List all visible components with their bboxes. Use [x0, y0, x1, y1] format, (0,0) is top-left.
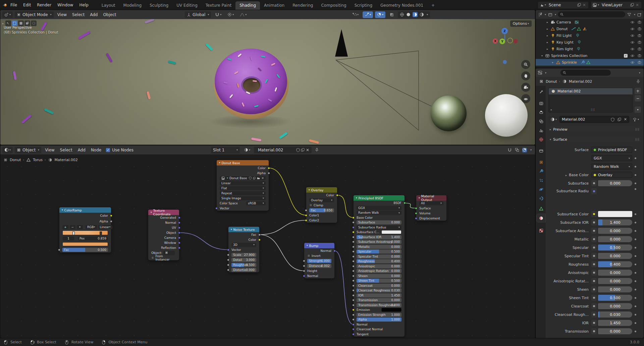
node-row-emission[interactable]: Emission — [354, 307, 405, 313]
node-row-flat[interactable]: Flat▾ — [217, 186, 269, 191]
node-row-anisotropic[interactable]: Anisotropic0.000 — [354, 264, 405, 269]
node-row-gradient[interactable] — [59, 230, 111, 235]
decorator-dot[interactable] — [635, 314, 636, 316]
value-slider[interactable]: 0.030 — [598, 312, 632, 318]
property-widget[interactable]: 0.000 — [591, 253, 632, 259]
node-row-distance[interactable]: Distance0.002 — [304, 263, 334, 268]
tab-constraints[interactable] — [537, 194, 545, 202]
input-socket[interactable] — [352, 255, 355, 258]
value-slider[interactable]: 1.400 — [598, 219, 632, 225]
viewlayer-name[interactable]: ViewLayer — [599, 3, 630, 7]
node-header[interactable]: ▾Noise Texture — [228, 227, 259, 232]
value-slider[interactable]: 0.000 — [598, 328, 632, 334]
enum-dropdown[interactable]: Random Walk▾ — [591, 163, 632, 169]
material-slot-list[interactable]: Material.002 ▸ ⣿⣿ — [548, 88, 633, 113]
disclosure-triangle[interactable]: ▸ — [546, 41, 549, 44]
disable-in-renders-icon[interactable] — [637, 33, 642, 38]
hide-in-viewport-icon[interactable] — [630, 33, 635, 38]
value-slider[interactable]: 0.000 — [598, 236, 632, 242]
input-socket[interactable] — [352, 275, 355, 277]
output-socket[interactable] — [178, 231, 180, 234]
property-widget[interactable]: 0.500 — [591, 245, 632, 251]
property-widget[interactable]: Principled BSDF — [591, 147, 632, 153]
node-row-all[interactable]: All▾ — [416, 201, 446, 206]
disclosure-triangle[interactable]: ▸ — [551, 61, 554, 64]
node-overlay[interactable]: ▾OverlayColorOverlay▾ClampFac0.650Color1… — [306, 187, 337, 223]
property-widget[interactable] — [591, 211, 632, 217]
input-socket[interactable] — [352, 216, 355, 219]
node-row-metallic[interactable]: Metallic0.000 — [354, 245, 405, 250]
input-socket[interactable] — [352, 270, 355, 272]
breadcrumb-item[interactable]: Torus — [33, 158, 43, 162]
decorator-dot[interactable] — [635, 297, 636, 299]
scene-name[interactable]: Scene — [546, 3, 577, 7]
output-socket[interactable] — [333, 250, 336, 252]
node-header[interactable]: ▾Texture Coordinate — [148, 210, 179, 215]
viewport-menu-add[interactable]: Add — [87, 12, 100, 17]
outliner-row-sprinkles-collection[interactable]: ▾Sprinkles Collection✓ — [536, 52, 644, 59]
app-menu-window[interactable]: Window — [54, 3, 76, 7]
tab-scripting[interactable]: Scripting — [351, 1, 376, 10]
input-socket[interactable] — [352, 231, 355, 233]
property-widget[interactable]: Overlay — [591, 172, 632, 178]
decorator-dot[interactable] — [635, 166, 636, 167]
fake-user-shield-icon[interactable] — [610, 117, 615, 122]
tab-uv-editing[interactable]: UV Editing — [172, 1, 202, 10]
add-workspace-button[interactable]: + — [427, 1, 439, 10]
input-socket[interactable] — [352, 241, 355, 243]
shader-menu-node[interactable]: Node — [88, 148, 104, 152]
copy-icon[interactable] — [630, 3, 635, 7]
tab-tool[interactable] — [537, 88, 545, 96]
decorator-dot[interactable] — [635, 149, 636, 151]
node-row-ior[interactable]: IOR1.450 — [354, 293, 405, 298]
node-row-transmission-roughness[interactable]: Transmission Roughness0.000 — [354, 303, 405, 308]
node-row-alpha[interactable]: Alpha1.000 — [354, 317, 405, 322]
properties-search-input[interactable] — [560, 70, 611, 76]
property-widget[interactable]: 0.000 — [591, 278, 632, 284]
new-collection-button[interactable] — [637, 12, 642, 17]
shading-wireframe-icon[interactable] — [400, 12, 404, 17]
input-socket[interactable] — [215, 207, 218, 209]
decorator-dot[interactable] — [635, 331, 636, 332]
input-socket[interactable] — [352, 299, 355, 301]
tab-modeling[interactable]: Modeling — [119, 1, 146, 10]
output-socket[interactable] — [336, 194, 338, 196]
input-socket[interactable] — [352, 280, 355, 282]
outliner-row-camera[interactable]: ▸Camera — [536, 19, 644, 25]
chevron-down-icon[interactable]: ▾ — [639, 71, 640, 74]
tab-particles[interactable] — [537, 176, 545, 184]
hide-in-viewport-icon[interactable] — [630, 20, 635, 24]
input-socket[interactable] — [352, 309, 355, 311]
input-socket[interactable] — [352, 323, 355, 326]
gizmo-z-axis[interactable]: Z — [501, 28, 508, 34]
property-widget[interactable]: 0.000 — [591, 236, 632, 242]
node-row-specular-tint[interactable]: Specular Tint0.000 — [354, 254, 405, 259]
tab-view-layer[interactable] — [537, 117, 545, 125]
value-slider[interactable]: 0.500 — [598, 295, 632, 301]
decorator-dot[interactable] — [635, 322, 636, 324]
tab-layout[interactable]: Layout — [98, 1, 119, 10]
property-widget[interactable]: 0.030 — [591, 312, 632, 318]
disable-in-renders-icon[interactable] — [637, 20, 642, 24]
surface-panel-header[interactable]: ▾ Surface ⣿⣿ — [548, 136, 641, 143]
hide-in-viewport-icon[interactable] — [630, 60, 635, 65]
node-row-roughnes[interactable]: Roughnes0.500 — [228, 262, 259, 267]
value-slider[interactable]: 0.000 — [598, 180, 632, 186]
node-row-subsurface-c-[interactable]: Subsurface C... — [354, 230, 405, 235]
hide-in-viewport-icon[interactable] — [630, 26, 635, 31]
node-row-subsurface-anisotropy[interactable]: Subsurface Anisotropy0.000 — [354, 239, 405, 245]
tab-world[interactable] — [537, 135, 545, 143]
node-row-ggx[interactable]: GGX▾ — [354, 206, 405, 211]
node-row-anisotropic-rotation[interactable]: Anisotropic Rotation0.000 — [354, 269, 405, 274]
object-visibility-dropdown[interactable]: ▾ — [350, 11, 361, 18]
value-slider[interactable]: 0.000 — [598, 253, 632, 259]
node-row-transmission[interactable]: Transmission0.000 — [354, 298, 405, 303]
input-socket[interactable] — [415, 207, 417, 209]
input-socket[interactable] — [227, 249, 229, 251]
outliner-row-sprinkle[interactable]: ▸Sprinkle — [536, 59, 644, 66]
shader-menu-add[interactable]: Add — [75, 148, 88, 152]
viewport-menu-view[interactable]: View — [55, 12, 69, 17]
property-widget[interactable]: 0.000 — [591, 228, 632, 234]
property-widget[interactable]: GGX▾ — [591, 155, 632, 161]
disclosure-triangle[interactable]: ▸ — [546, 34, 549, 37]
